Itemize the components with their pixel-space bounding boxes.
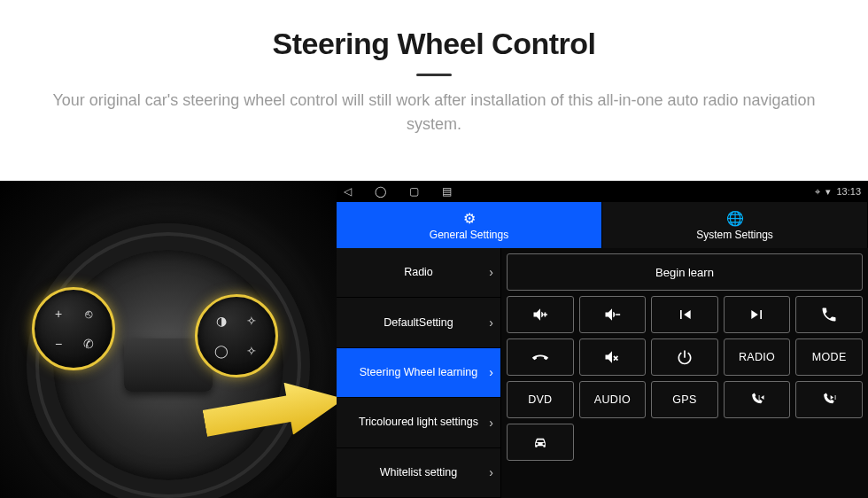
wheel-button-pad-left: + ⎋ − ✆ — [32, 287, 115, 370]
sidebar-item-label: DefaultSetting — [384, 316, 453, 330]
page-title: Steering Wheel Control — [35, 27, 833, 61]
hangup-button[interactable] — [507, 338, 574, 376]
sidebar-item-label: Steering Wheel learning — [360, 366, 477, 379]
pad-btn: ✆ — [74, 329, 104, 359]
sidebar-item-default-setting[interactable]: DefaultSetting › — [337, 298, 501, 347]
next-icon — [748, 306, 766, 323]
dvd-button[interactable]: DVD — [507, 381, 574, 418]
back-icon[interactable]: ◁ — [344, 185, 352, 198]
button-label: Begin learn — [655, 266, 714, 279]
vol-down-button[interactable] — [579, 296, 647, 333]
volume-up-icon — [531, 306, 549, 323]
recent-icon[interactable]: ▢ — [409, 185, 419, 198]
pad-btn: ✧ — [236, 336, 267, 366]
tab-label: System Settings — [696, 229, 773, 241]
wheel-button-pad-right: ◑ ✧ ◯ ✧ — [195, 294, 278, 377]
chevron-right-icon: › — [489, 365, 493, 380]
radio-button[interactable]: RADIO — [724, 338, 791, 376]
call-button[interactable] — [795, 296, 863, 333]
begin-learn-button[interactable]: Begin learn — [507, 253, 863, 291]
gps-icon: ⌖ — [815, 186, 820, 198]
home-icon[interactable]: ◯ — [375, 185, 386, 198]
gps-button[interactable]: GPS — [651, 381, 718, 418]
empty-slot — [579, 424, 647, 461]
prev-icon — [676, 306, 694, 323]
sidebar-item-whitelist[interactable]: Whitelist setting › — [337, 448, 501, 498]
steering-wheel-photo: + ⎋ − ✆ ◑ ✧ ◯ ✧ — [0, 181, 337, 498]
pad-btn: ⎋ — [74, 299, 104, 329]
settings-sidebar: Radio › DefaultSetting › Steering Wheel … — [337, 248, 501, 498]
button-label: DVD — [528, 393, 552, 406]
sidebar-item-label: Whitelist setting — [380, 466, 458, 479]
app-icon[interactable]: ▤ — [442, 185, 452, 198]
phone-icon — [820, 306, 838, 323]
audio-button[interactable]: AUDIO — [579, 381, 647, 418]
android-statusbar: ◁ ◯ ▢ ▤ ⌖ ▾ 13:13 — [337, 181, 868, 202]
page-subtitle: Your original car's steering wheel contr… — [35, 89, 833, 136]
empty-slot — [651, 424, 718, 461]
volume-down-icon — [603, 306, 621, 323]
call-prev-button[interactable] — [724, 381, 791, 418]
button-label: AUDIO — [594, 393, 631, 406]
chevron-right-icon: › — [489, 315, 493, 331]
tab-system-settings[interactable]: 🌐 System Settings — [602, 202, 868, 248]
pad-btn: + — [43, 299, 74, 329]
button-label: GPS — [672, 393, 696, 406]
mute-button[interactable] — [579, 338, 647, 376]
pad-btn: ◑ — [206, 306, 236, 336]
vol-up-button[interactable] — [507, 296, 574, 333]
clock: 13:13 — [836, 186, 861, 197]
title-divider — [416, 74, 452, 76]
sidebar-item-label: Radio — [404, 266, 433, 279]
gear-icon: ⚙ — [463, 210, 476, 227]
power-button[interactable] — [651, 338, 718, 376]
globe-icon: 🌐 — [726, 210, 744, 227]
call-next-button[interactable] — [795, 381, 863, 418]
chevron-right-icon: › — [489, 265, 493, 280]
sidebar-item-radio[interactable]: Radio › — [337, 248, 501, 298]
empty-slot — [724, 424, 791, 461]
pad-btn: − — [43, 329, 74, 359]
next-track-button[interactable] — [724, 296, 791, 333]
head-unit-screen: ◁ ◯ ▢ ▤ ⌖ ▾ 13:13 ⚙ General Settings 🌐 S… — [337, 181, 868, 498]
chevron-right-icon: › — [489, 465, 493, 480]
pad-btn: ✧ — [236, 306, 267, 336]
learning-panel: Begin learn RADIO MODE DVD AUDIO GPS — [501, 248, 868, 498]
phone-prev-icon — [748, 391, 766, 409]
car-icon — [531, 433, 549, 451]
pad-btn: ◯ — [206, 336, 236, 366]
prev-track-button[interactable] — [651, 296, 718, 333]
car-button[interactable] — [507, 424, 574, 461]
sidebar-item-tricoloured-light[interactable]: Tricoloured light settings › — [337, 398, 501, 447]
mute-icon — [603, 348, 621, 366]
wifi-icon: ▾ — [825, 186, 831, 198]
chevron-right-icon: › — [489, 416, 493, 431]
sidebar-item-label: Tricoloured light settings — [359, 416, 478, 429]
tab-general-settings[interactable]: ⚙ General Settings — [337, 202, 602, 248]
hangup-icon — [531, 348, 549, 366]
power-icon — [676, 348, 694, 366]
mode-button[interactable]: MODE — [795, 338, 863, 376]
empty-slot — [795, 424, 863, 461]
button-label: MODE — [812, 351, 847, 363]
phone-next-icon — [820, 391, 838, 409]
button-label: RADIO — [739, 351, 775, 363]
sidebar-item-steering-wheel-learning[interactable]: Steering Wheel learning › — [337, 348, 501, 398]
tab-label: General Settings — [430, 229, 508, 241]
